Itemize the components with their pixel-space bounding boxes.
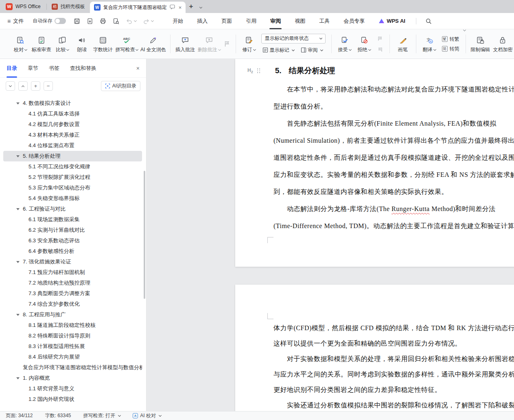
file-menu-button[interactable]: ≡ 文件 [0,17,28,25]
menu-item-7[interactable]: 会员专享 [343,17,365,25]
redo-button[interactable] [142,17,155,25]
toc-item[interactable]: 1.1 研究背景与意义 [3,383,142,394]
export-pdf-button[interactable] [85,17,94,26]
chevron-up-button[interactable] [18,81,28,91]
expand-arrow-icon[interactable] [16,102,20,104]
toc-item[interactable]: 8.2 特殊断面设计指导原则 [3,331,142,341]
insert-comment-button[interactable]: 插入批注 [174,33,196,54]
menu-item-1[interactable]: 插入 [197,17,208,25]
doc-line[interactable]: 与应力水平之间的关系。同时考虑到实验数据的多样性，通讯中额外采用聚类分析法 [273,367,514,382]
heading-text[interactable]: 结果分析处理 [289,65,335,76]
reject-revision-button[interactable]: 拒绝 [354,33,374,54]
menu-item-3[interactable]: 引用 [246,17,256,25]
toc-item[interactable]: 6.4 参数敏感性分析 [3,246,142,257]
expand-arrow-icon[interactable] [16,261,20,263]
ai-proofread-toggle[interactable]: AAI 校对 [133,412,161,419]
comment-bubble-icon[interactable] [170,4,175,11]
toc-item[interactable]: 7.1 预应力锚杆加固机制 [3,267,142,278]
document-tab[interactable]: W 复合应力环境下隧道围岩稳定 × [90,2,186,13]
docer-template-tab[interactable]: 稻 找稻壳模板 [47,0,90,13]
compare-button[interactable]: 比较 [52,33,72,54]
print-preview-button[interactable] [112,17,120,26]
pane-close-icon[interactable]: × [136,65,140,72]
expand-arrow-icon[interactable] [16,155,20,157]
standard-review-button[interactable]: 标准审查 [30,33,52,54]
to-simplified-button[interactable]: 简 转简 [441,45,461,53]
sidebar-scrollbar[interactable] [144,171,145,299]
delete-comment-button[interactable]: 删除批注 [196,33,221,54]
next-revision-button[interactable] [376,45,385,54]
save-button[interactable] [72,17,81,26]
autosave-toggle[interactable] [55,18,66,24]
toc-item[interactable]: 8. 工程应用与推广 [3,309,142,320]
ai-polish-button[interactable]: AI 全文润色 [139,33,167,54]
toc-item[interactable]: 7.4 综合支护参数优化 [3,299,142,309]
toc-item[interactable]: 复合应力环境下隧道围岩稳定性计算模型与数值分析... [3,362,142,373]
toc-item[interactable]: 1. 内容概览 [3,373,142,383]
group-more-chevron[interactable] [463,28,466,31]
doc-line[interactable]: 型进行数值分析。 [273,98,514,115]
wps-ai-button[interactable]: WPS AI [378,18,405,24]
show-marks-button[interactable]: 显示标记 [261,46,295,54]
doc-line[interactable]: (Time-Difference Method, TDM)。动态解法的主要工作流… [273,218,514,235]
doc-line[interactable]: 应力和应变状态。实验考量的相关数据和参数，分别经 FEA 和 NS 方法的嵌套求… [273,166,514,183]
expand-arrow-icon[interactable] [16,377,20,379]
toc-item[interactable]: 5.3 应力集中区域动态分布 [3,183,142,193]
menu-item-2[interactable]: 页面 [221,17,232,25]
doc-line[interactable]: 体力学(CFD)模型，然后根据 CFD 模拟的结果，结合 TDM 和 RK 方法… [273,320,514,336]
word-count-button[interactable]: 123 字数统计 [92,33,114,54]
doc-line[interactable]: 首先静态解法包括有限元分析(Finite Element Analysis, F… [273,115,514,132]
wps-home-tab[interactable]: W WPS Office [0,0,46,13]
collapse-all-button[interactable]: − [44,81,53,91]
drag-handle-icon[interactable] [257,68,260,73]
spell-check-toggle[interactable]: 拼写检查: 打开 [83,412,121,419]
doc-line[interactable]: 动态解法则分为龙格-库塔方法(The Runger-Kutta Method)和… [273,200,514,218]
toc-item[interactable]: 7.3 典型断面受力调整方案 [3,288,142,299]
expand-arrow-icon[interactable] [16,314,20,316]
doc-line[interactable]: 更好地识别不同分类围岩之间的应力差异和稳定性特征。 [273,382,514,398]
tab-list-chevron[interactable] [196,4,204,10]
spell-check-button[interactable]: ABC 拼写检查 [114,33,139,54]
print-button[interactable] [98,17,107,26]
heading-number[interactable]: 5. [275,66,282,75]
toc-item[interactable]: 7.2 地质结构主动预控原理 [3,278,142,288]
toc-item[interactable]: 6.2 实测与计算曲线对比 [3,225,142,235]
tab-close-icon[interactable]: × [179,5,182,10]
doc-line[interactable]: 这样可以提供一个更为全面和精确的邑空间围岩应力分布情况。 [273,336,514,351]
autosave-control[interactable]: 自动保存 [33,17,66,24]
toc-item[interactable]: 4. 数值模拟方案设计 [3,98,142,109]
doc-line[interactable]: 在本节中，将采用静态解法和动态解法对此复合应力环境下隧道围岩稳定性计算模 [273,81,514,98]
toc-item[interactable]: 5.1 不同工况位移变化规律 [3,161,142,172]
toc-item[interactable]: 4.3 材料本构关系修正 [3,130,142,140]
toc-item[interactable]: 5.2 节理裂隙扩展演化过程 [3,172,142,183]
menu-item-0[interactable]: 开始 [173,17,183,25]
toc-item[interactable]: 4.4 位移监测点布置 [3,140,142,151]
expand-arrow-icon[interactable] [16,208,20,210]
status-page-info[interactable]: 页面: 34/112 [6,412,33,419]
chevron-down-button[interactable] [6,81,15,91]
tab-bookmarks[interactable]: 书签 [49,65,59,72]
menu-item-4[interactable]: 审阅 [270,17,281,25]
menu-item-5[interactable]: 视图 [295,17,305,25]
toc-item[interactable]: 4.2 模型几何参数设置 [3,119,142,130]
new-tab-button[interactable]: + [186,2,196,11]
status-word-count[interactable]: 字数: 63345 [45,412,71,419]
toc-item[interactable]: 7. 强化措施效果论证 [3,257,142,267]
revision-button[interactable]: 修订 [239,33,259,54]
read-aloud-button[interactable]: 朗读 [72,33,92,54]
ai-recognize-toc-button[interactable]: AI识别目录 [101,81,140,91]
doc-line[interactable]: 到，都能有效反应隧道内容像和相关策略的实际执行效果。 [273,183,514,200]
toc-item[interactable]: 8.1 隧道施工阶段稳定性校核 [3,320,142,331]
tab-find-replace[interactable]: 查找和替换 [70,65,96,72]
toc-item[interactable]: 4.1 仿真工具版本选择 [3,109,142,119]
doc-line[interactable]: 道围岩稳定性条件，而后者则是通过仿真手段模拟隧道建设、开挖的全过程以及围岩的 [273,149,514,166]
toc-item[interactable]: 6.1 现场监测数据采集 [3,214,142,225]
toc-item[interactable]: 1.2 国内外研究现状 [3,394,142,405]
toc-item[interactable]: 6. 工程验证与对比 [3,204,142,214]
previous-revision-button[interactable] [376,34,385,43]
translate-button[interactable]: 文A 翻译 [420,33,439,54]
tab-contents[interactable]: 目录 [7,65,17,72]
proofread-button[interactable]: 校对 [11,33,30,54]
search-icon[interactable] [425,18,432,24]
toc-item[interactable]: 8.3 计算模型适用性拓展 [3,341,142,352]
